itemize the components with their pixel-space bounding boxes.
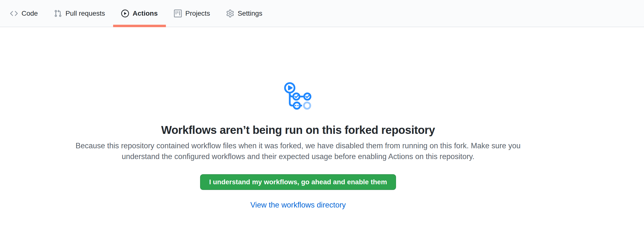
tab-code[interactable]: Code (2, 0, 46, 27)
project-board-icon (174, 10, 182, 17)
tab-label: Pull requests (66, 10, 105, 17)
tab-settings[interactable]: Settings (218, 0, 270, 27)
enable-workflows-button[interactable]: I understand my workflows, go ahead and … (200, 174, 396, 190)
tab-label: Projects (186, 10, 210, 17)
view-workflows-directory-link[interactable]: View the workflows directory (250, 201, 346, 209)
tab-label: Settings (238, 10, 262, 17)
button-row: I understand my workflows, go ahead and … (0, 162, 596, 190)
workflow-graph-icon (284, 82, 312, 110)
tab-actions[interactable]: Actions (113, 0, 166, 27)
repo-tab-bar: Code Pull requests Actions Projects Sett (0, 0, 644, 27)
git-pull-request-icon (54, 10, 62, 17)
tab-label: Actions (133, 10, 158, 17)
blankslate-description: Because this repository contained workfl… (64, 140, 532, 162)
underline-nav: Code Pull requests Actions Projects Sett (0, 0, 644, 27)
tab-projects[interactable]: Projects (166, 0, 218, 27)
actions-blankslate: Workflows aren’t being run on this forke… (0, 27, 596, 209)
page-title: Workflows aren’t being run on this forke… (0, 123, 596, 137)
tab-pull-requests[interactable]: Pull requests (46, 0, 113, 27)
code-icon (10, 10, 18, 17)
gear-icon (226, 10, 234, 17)
tab-label: Code (22, 10, 38, 17)
play-circle-icon (121, 10, 129, 17)
link-row: View the workflows directory (0, 201, 596, 209)
